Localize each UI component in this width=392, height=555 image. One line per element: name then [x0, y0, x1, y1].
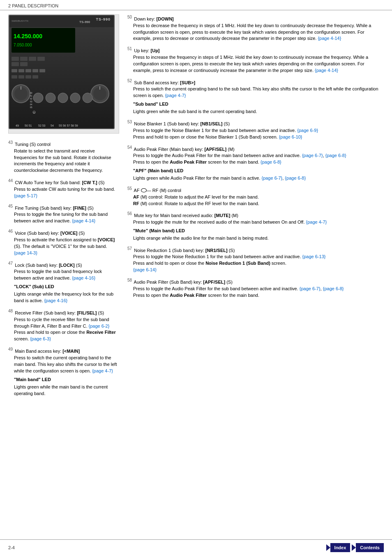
entry-48-num: 48 [8, 309, 13, 313]
entry-54-sub-ref[interactable]: {page 6-7} [261, 176, 282, 180]
entry-58-num: 58 [127, 278, 132, 282]
entry-57: 57 Noise Reduction 1 (Sub band) key: [NR… [127, 246, 384, 273]
page-number: 2-4 [8, 545, 326, 550]
entry-45-num: 45 [8, 204, 13, 208]
svg-text:50 51: 50 51 [25, 124, 32, 127]
entry-43-body: Rotate to select the transmit and receiv… [14, 148, 119, 174]
svg-text:14.250.000: 14.250.000 [14, 33, 42, 39]
entry-48: 48 Receive Filter (Sub band) key: [FIL/S… [8, 308, 119, 342]
entry-46-ref[interactable]: {page 14-3} [14, 250, 37, 255]
entry-45-ref[interactable]: {page 4-14} [72, 218, 95, 223]
entry-48-body: Press to cycle the receive filter for th… [14, 317, 119, 330]
entry-50-ref[interactable]: {page 4-14} [318, 36, 341, 41]
svg-point-17 [83, 93, 92, 103]
page: 2 PANEL DESCRIPTION TS-990 [0, 0, 392, 555]
entry-50: 50 Down key: [DOWN] Press to decrease th… [127, 14, 384, 42]
svg-rect-4 [12, 28, 75, 53]
footer-buttons: Index Contents [326, 543, 384, 552]
entry-54-ref[interactable]: {page 6-7} [302, 153, 323, 158]
entry-52-ref[interactable]: {page 4-7} [165, 93, 186, 98]
header-title: 2 PANEL DESCRIPTION [8, 3, 58, 8]
main-content: TS-990 TS-990 [0, 10, 392, 405]
entry-57-link-ref3[interactable]: {page 6-14} [133, 267, 157, 272]
svg-rect-24 [12, 69, 17, 72]
svg-rect-25 [18, 69, 24, 72]
svg-text:61: 61 [30, 95, 32, 97]
entry-48-title: Receive Filter (Sub band) key: [FIL/SEL]… [15, 310, 104, 315]
entry-43-num: 43 [8, 140, 13, 145]
entry-58-body2: Press to open the Audio Peak Filter scre… [133, 292, 384, 299]
entry-54-sub-ref2[interactable]: {page 6-8} [285, 176, 306, 180]
device-svg: TS-990 SWR/BUSY/TX 14.250.000 7.050.000 [9, 16, 115, 129]
svg-rect-21 [37, 57, 45, 61]
entry-48-ref2[interactable]: {page 6-3} [30, 336, 51, 341]
entry-56-num: 56 [127, 211, 132, 216]
contents-label[interactable]: Contents [356, 543, 384, 552]
svg-text:62: 62 [30, 97, 32, 100]
svg-text:SWR/BUSY/TX: SWR/BUSY/TX [12, 20, 28, 22]
entry-56-ref[interactable]: {page 4-7} [306, 220, 327, 224]
entry-47-body: Press to toggle the sub band frequency l… [14, 268, 119, 282]
entry-57-body2: Press and hold to open or close the Nois… [133, 260, 384, 267]
right-column: 50 Down key: [DOWN] Press to decrease th… [127, 14, 384, 401]
entry-57-ref[interactable]: {page 6-13} [302, 254, 326, 259]
entry-49-sub-heading: "Main band" LED [14, 377, 119, 383]
entry-54-body2: Press to open the Audio Peak Filter scre… [133, 159, 384, 166]
svg-point-13 [33, 93, 43, 103]
svg-text:55 56 57 58 59: 55 56 57 58 59 [59, 124, 78, 127]
entry-54-ref3[interactable]: {page 6-8} [261, 160, 281, 164]
entry-49: 49 Main Band access key: [<MAIN] Press t… [8, 347, 119, 397]
entry-58-body: Press to toggle the Audio Peak Filter fo… [133, 286, 384, 292]
svg-rect-28 [39, 69, 45, 72]
entry-47-sub-ref[interactable]: {page 4-16} [44, 298, 67, 303]
entry-51-ref[interactable]: {page 4-14} [315, 68, 338, 73]
entry-53-key: [NB1/SEL] [201, 121, 223, 126]
entry-44-title: CW Auto Tune key for Sub band: [CW T.] (… [15, 180, 104, 185]
entry-44-key: [CW T.] [82, 180, 97, 185]
entry-56-sub-heading: "Mute" (Main band) LED [133, 228, 384, 234]
entry-47-ref[interactable]: {page 4-16} [72, 275, 95, 280]
entry-47-title: Lock (Sub band) key: [LOCK] (S) [15, 262, 82, 267]
entry-49-sub-body: Lights green while the main band is the … [14, 384, 119, 397]
entry-52-title: Sub Band access key: [SUB>] [134, 80, 195, 85]
entry-48-ref[interactable]: {page 6-2} [89, 324, 110, 328]
entry-54-body: Press to toggle the Audio Peak Filter fo… [133, 153, 384, 159]
entry-47-sub-body: Lights orange while the frequency lock f… [14, 291, 119, 304]
svg-text:64: 64 [30, 103, 32, 106]
contents-button[interactable]: Contents [352, 543, 384, 552]
entry-52-sub-body: Lights green while the sub band is the c… [133, 109, 384, 115]
svg-text:49: 49 [16, 124, 19, 127]
footer: 2-4 Index Contents [0, 539, 392, 555]
svg-rect-23 [20, 62, 28, 66]
entry-46-title: Voice (Sub band) key: [VOICE] (S) [15, 231, 85, 236]
entry-44: 44 CW Auto Tune key for Sub band: [CW T.… [8, 178, 119, 199]
entry-54-ref2[interactable]: {page 6-8} [325, 153, 346, 158]
entry-52-num: 52 [127, 79, 132, 83]
entry-53-num: 53 [127, 120, 132, 124]
entry-49-title: Main Band access key: [<MAIN] [15, 349, 80, 354]
entry-57-body: Press to toggle the Noise Reduction 1 fo… [133, 254, 384, 260]
entry-57-ref3: {page 6-14} [133, 267, 384, 273]
entry-53-ref[interactable]: {page 6-9} [297, 128, 318, 133]
entry-58-title: Audio Peak Filter (Sub Band) key: [APF/S… [134, 280, 233, 284]
index-label[interactable]: Index [330, 543, 350, 552]
svg-rect-29 [12, 75, 17, 79]
entry-47-sub-heading: "LOCK" (Sub) LED [14, 284, 119, 290]
entry-44-ref[interactable]: {page 5-17} [14, 193, 37, 198]
entry-55-body-rf: RF (M) control: Rotate to adjust the RF … [133, 201, 384, 207]
entry-55-title: AF — RF (M) control [134, 188, 181, 193]
entry-53-ref2[interactable]: {page 6-10} [279, 134, 302, 139]
entry-46-num: 46 [8, 229, 13, 234]
entry-58-ref[interactable]: {page 6-7} [300, 286, 321, 291]
device-image-area: TS-990 TS-990 [8, 14, 119, 134]
svg-point-16 [70, 93, 80, 103]
entry-49-ref[interactable]: {page 4-7} [92, 368, 113, 373]
entry-58-ref2[interactable]: {page 6-8} [323, 286, 344, 291]
entry-48-key: [FIL/SEL] [77, 310, 97, 315]
index-button[interactable]: Index [326, 543, 350, 552]
svg-text:TS-990: TS-990 [79, 20, 90, 24]
entry-43-title: Tuning (S) control [15, 142, 51, 147]
af-rf-symbol [141, 188, 147, 192]
entry-52-key: [SUB>] [180, 80, 195, 85]
svg-text:63: 63 [30, 100, 32, 103]
